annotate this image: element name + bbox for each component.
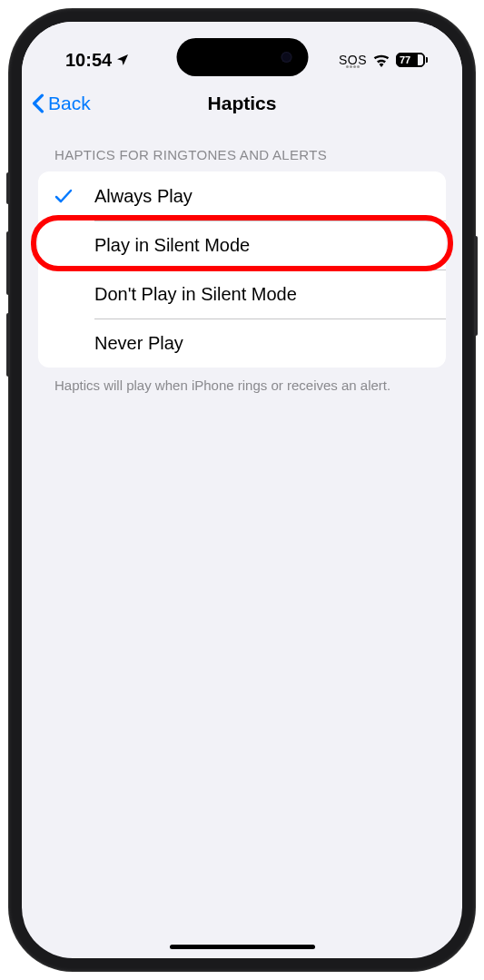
- phone-frame: 10:54 SOS 77: [9, 9, 475, 971]
- volume-up-button[interactable]: [6, 231, 10, 295]
- option-label: Always Play: [94, 186, 193, 207]
- wifi-icon: [372, 54, 390, 67]
- option-never-play[interactable]: Never Play: [38, 318, 446, 368]
- power-button[interactable]: [474, 236, 478, 336]
- mute-switch[interactable]: [6, 172, 10, 204]
- option-label: Never Play: [94, 333, 183, 354]
- battery-indicator: 77: [396, 53, 428, 67]
- section-footer: Haptics will play when iPhone rings or r…: [38, 368, 446, 395]
- option-play-in-silent[interactable]: Play in Silent Mode: [38, 220, 446, 270]
- back-button[interactable]: Back: [31, 93, 91, 114]
- sos-indicator: SOS: [339, 53, 367, 68]
- content-area: HAPTICS FOR RINGTONES AND ALERTS Always …: [22, 129, 462, 413]
- location-icon: [115, 53, 130, 67]
- status-time: 10:54: [65, 50, 112, 71]
- back-label: Back: [48, 93, 91, 114]
- checkmark-icon: [54, 189, 73, 203]
- page-title: Haptics: [208, 93, 277, 114]
- screen: 10:54 SOS 77: [22, 22, 462, 958]
- section-header: HAPTICS FOR RINGTONES AND ALERTS: [38, 147, 446, 172]
- home-indicator[interactable]: [170, 945, 315, 949]
- options-list: Always Play Play in Silent Mode Don't Pl…: [38, 172, 446, 368]
- option-label: Don't Play in Silent Mode: [94, 284, 297, 305]
- option-dont-play-in-silent[interactable]: Don't Play in Silent Mode: [38, 270, 446, 318]
- option-always-play[interactable]: Always Play: [38, 172, 446, 220]
- option-label: Play in Silent Mode: [94, 235, 250, 256]
- chevron-left-icon: [31, 93, 45, 113]
- dynamic-island: [176, 38, 308, 76]
- volume-down-button[interactable]: [6, 313, 10, 377]
- navigation-bar: Back Haptics: [22, 78, 462, 129]
